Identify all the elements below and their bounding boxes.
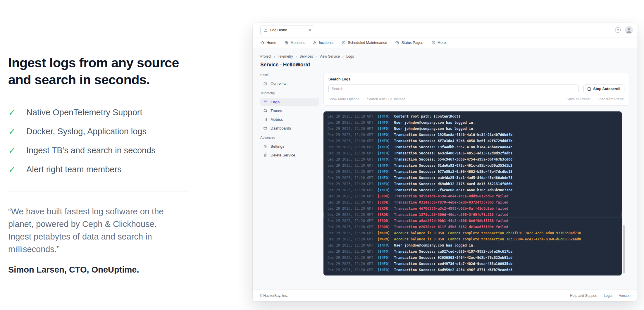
log-line[interactable]: Dec 29 2023, 11:20 GMT [EROR] Transactio…	[323, 193, 622, 199]
log-line[interactable]: Dec 29 2023, 11:20 GMT [EROR] Transactio…	[323, 224, 622, 230]
sidebar-item-delete-service[interactable]: Delete Service	[260, 151, 319, 159]
copyright: © HackerBay, Inc.	[260, 294, 288, 298]
metrics-icon	[263, 117, 267, 121]
stop-autoscroll-button[interactable]: Stop Autoscroll	[583, 85, 624, 93]
check-icon: ✓	[8, 108, 18, 117]
sidebar-item-traces[interactable]: Traces	[260, 106, 319, 115]
log-line[interactable]: Dec 29 2023, 11:20 GMT [INFO] Transactio…	[323, 261, 622, 267]
search-logs-panel: Search Logs Stop Autoscroll Show More Op…	[323, 73, 629, 106]
log-timestamp: Dec 29 2023, 11:20 GMT	[328, 268, 373, 272]
log-message: Transaction Success: 7f6cae68-e81c-468e-…	[394, 188, 512, 192]
breadcrumb-item-view-service[interactable]: View Service	[319, 54, 340, 58]
log-line[interactable]: Dec 29 2023, 11:20 GMT [EROR] Transactio…	[323, 199, 622, 206]
log-line[interactable]: Dec 29 2023, 11:20 GMT [EROR] Transactio…	[323, 218, 622, 224]
log-message: Transaction Success: 6ad959c2-4284-496f-…	[394, 268, 512, 272]
nav-item-home[interactable]: Home	[260, 41, 276, 45]
breadcrumb-item-project[interactable]: Project	[260, 54, 271, 58]
log-timestamp: Dec 29 2023, 11:20 GMT	[328, 145, 373, 149]
log-level-tag: [INFO]	[373, 127, 394, 131]
log-line[interactable]: Dec 29 2023, 11:20 GMT [INFO] Transactio…	[323, 175, 622, 181]
log-line[interactable]: Dec 29 2023, 11:20 GMT [INFO] Transactio…	[323, 267, 622, 273]
preset-links: Save as PresetLoad from Preset	[567, 97, 624, 101]
settings-icon	[263, 144, 267, 148]
hero-title: Ingest logs from any source and search i…	[8, 54, 184, 88]
log-timestamp: Dec 29 2023, 11:20 GMT	[328, 194, 373, 198]
log-line[interactable]: Dec 29 2023, 11:20 GMT [EROR] Transactio…	[323, 206, 622, 212]
project-picker-button[interactable]: Log Demo	[260, 25, 315, 35]
log-level-tag: [WARN]	[373, 237, 394, 241]
nav-item-status-pages[interactable]: Status Pages	[395, 41, 423, 45]
avatar[interactable]	[625, 26, 633, 34]
log-terminal[interactable]: Dec 29 2023, 11:19 GMT [INFO] Content ro…	[323, 111, 622, 275]
chevron-right-icon: ›	[342, 54, 344, 59]
log-timestamp: Dec 29 2023, 11:20 GMT	[328, 182, 373, 186]
chevron-right-icon: ›	[316, 54, 317, 59]
log-message: Content root path: {contentRoot}	[394, 114, 460, 118]
feature-item: ✓Ingest TB's and search in seconds	[8, 144, 195, 156]
log-line[interactable]: Dec 29 2023, 11:20 GMT [INFO] User johnd…	[323, 120, 622, 126]
status-pages-icon	[395, 41, 399, 45]
sidebar-item-label: Metrics	[271, 117, 283, 122]
log-line[interactable]: Dec 29 2023, 11:20 GMT [INFO] Transactio…	[323, 156, 622, 163]
log-line[interactable]: Dec 29 2023, 11:20 GMT [INFO] Transactio…	[323, 138, 622, 144]
log-line[interactable]: Dec 29 2023, 11:20 GMT [INFO] User johnd…	[323, 126, 622, 132]
nav-item-monitors[interactable]: Monitors	[284, 41, 304, 45]
log-message: Transaction Success: 077e85a2-0a96-4682-…	[394, 170, 512, 174]
search-input[interactable]	[328, 85, 578, 93]
footer-link-legal[interactable]: Legal	[604, 294, 612, 298]
log-level-tag: [INFO]	[373, 151, 394, 155]
nav-item-scheduled-maintenance[interactable]: Scheduled Maintenance	[342, 41, 387, 45]
terminal-wrapper: Dec 29 2023, 11:19 GMT [INFO] Content ro…	[323, 111, 629, 275]
breadcrumb-item-telemetry[interactable]: Telemetry	[278, 54, 293, 58]
log-level-tag: [INFO]	[373, 157, 394, 161]
log-timestamp: Dec 29 2023, 11:20 GMT	[328, 206, 373, 211]
feature-label: Alert right team members	[26, 165, 122, 174]
log-line[interactable]: Dec 29 2023, 11:20 GMT [INFO] Transactio…	[323, 132, 622, 138]
link-save-as-preset[interactable]: Save as Preset	[567, 97, 590, 101]
log-line[interactable]: Dec 29 2023, 11:20 GMT [INFO] Transactio…	[323, 255, 622, 261]
sidebar-item-metrics[interactable]: Metrics	[260, 115, 319, 123]
log-line[interactable]: Dec 29 2023, 11:20 GMT [INFO] Transactio…	[323, 181, 622, 187]
app-window: Log Demo ? HomeMonitorsIncidentsSchedule…	[253, 23, 637, 301]
footer-link-version[interactable]: Version	[619, 294, 631, 298]
log-line[interactable]: Dec 29 2023, 11:20 GMT [WARN] Account ba…	[323, 230, 622, 236]
quote-attribution: Simon Larsen, CTO, OneUptime.	[8, 265, 195, 275]
terminal-scrollbar[interactable]	[623, 225, 625, 273]
nav-item-incidents[interactable]: Incidents	[313, 41, 333, 45]
help-icon[interactable]: ?	[615, 27, 621, 33]
footer-link-help-and-support[interactable]: Help and Support	[570, 294, 597, 298]
link-show-more-options[interactable]: Show More Options	[328, 97, 359, 101]
link-search-with-sql-instead[interactable]: Search with SQL instead	[367, 97, 405, 101]
breadcrumb-item-logs[interactable]: Logs	[346, 54, 354, 58]
breadcrumb: Project›Telemetry›Services›View Service›…	[260, 54, 629, 59]
log-line[interactable]: Dec 29 2023, 11:20 GMT [INFO] Transactio…	[323, 163, 622, 169]
log-timestamp: Dec 29 2023, 11:19 GMT	[328, 114, 373, 118]
log-timestamp: Dec 29 2023, 11:20 GMT	[328, 120, 373, 125]
more-icon	[431, 41, 435, 45]
log-message: Transaction a9ae267d-90b1-44c2-a608-8e0f…	[394, 219, 508, 223]
sidebar-item-label: Traces	[271, 108, 282, 113]
log-line[interactable]: Dec 29 2023, 11:19 GMT [INFO] Content ro…	[323, 113, 622, 120]
log-timestamp: Dec 29 2023, 11:20 GMT	[328, 249, 373, 254]
sidebar-item-logs[interactable]: Logs	[260, 98, 319, 106]
log-line[interactable]: Dec 29 2023, 11:20 GMT [INFO] Transactio…	[323, 150, 622, 156]
log-message: Transaction Success: 19f44dbb-3387-4188-…	[394, 145, 512, 149]
sidebar-item-label: Overview	[271, 82, 286, 86]
sidebar-item-overview[interactable]: Overview	[260, 80, 319, 88]
nav-item-more[interactable]: More	[431, 41, 446, 45]
breadcrumb-item-services[interactable]: Services	[299, 54, 313, 58]
log-line[interactable]: Dec 29 2023, 11:20 GMT [INFO] User johnd…	[323, 242, 622, 249]
log-line[interactable]: Dec 29 2023, 11:20 GMT [INFO] Transactio…	[323, 169, 622, 175]
log-message: Transaction Success: ea04da25-3cc1-4ad5-…	[394, 176, 512, 180]
check-icon: ✓	[8, 146, 18, 155]
log-level-tag: [INFO]	[373, 114, 394, 118]
log-line[interactable]: Dec 29 2023, 11:20 GMT [INFO] Transactio…	[323, 144, 622, 150]
log-line[interactable]: Dec 29 2023, 11:20 GMT [INFO] Transactio…	[323, 249, 622, 255]
link-load-from-preset[interactable]: Load from Preset	[597, 97, 624, 101]
log-line[interactable]: Dec 29 2023, 11:20 GMT [INFO] Transactio…	[323, 187, 622, 193]
log-line[interactable]: Dec 29 2023, 11:20 GMT [WARN] Account ba…	[323, 236, 622, 242]
log-timestamp: Dec 29 2023, 11:20 GMT	[328, 243, 373, 247]
sidebar-item-dashboards[interactable]: Dashboards	[260, 124, 319, 132]
log-line[interactable]: Dec 29 2023, 11:20 GMT [EROR] Transactio…	[323, 212, 622, 218]
sidebar-item-settings[interactable]: Settings	[260, 142, 319, 150]
